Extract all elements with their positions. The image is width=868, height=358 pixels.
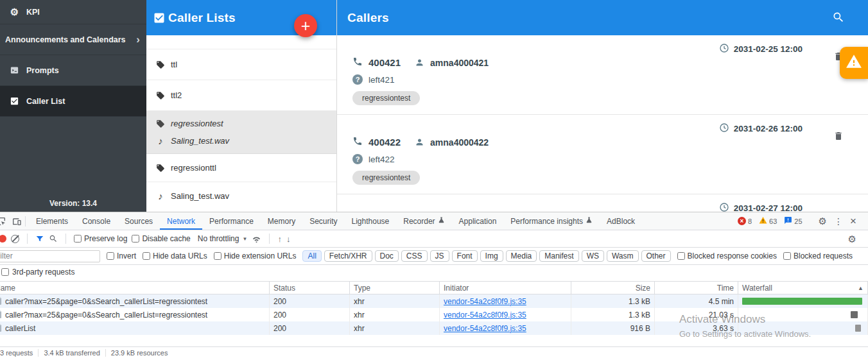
- warning-count[interactable]: 63: [759, 216, 777, 226]
- inspect-icon[interactable]: [0, 216, 6, 226]
- export-har-icon[interactable]: ↓: [286, 234, 291, 244]
- tab-security[interactable]: Security: [302, 212, 344, 230]
- chip-all[interactable]: All: [302, 250, 321, 262]
- col-size[interactable]: Size: [571, 281, 655, 294]
- chip-js[interactable]: JS: [430, 250, 449, 262]
- col-name[interactable]: Name: [0, 281, 270, 294]
- chip-media[interactable]: Media: [506, 250, 537, 262]
- question-icon: ?: [352, 74, 363, 85]
- delete-caller-button[interactable]: [833, 131, 844, 141]
- col-type[interactable]: Type: [350, 281, 440, 294]
- preserve-log-checkbox[interactable]: Preserve log: [74, 234, 127, 243]
- devtools-settings-icon[interactable]: ⚙: [819, 216, 827, 226]
- list-item-label: regressiontest: [171, 119, 223, 128]
- checkbox[interactable]: [783, 252, 791, 260]
- blocked-requests-checkbox[interactable]: Blocked requests: [783, 251, 853, 260]
- col-initiator[interactable]: Initiator: [440, 281, 571, 294]
- network-request-row[interactable]: caller?max=25&page=0&sSearch_callerList=…: [0, 294, 868, 308]
- col-status[interactable]: Status: [270, 281, 350, 294]
- add-caller-list-button[interactable]: +: [294, 14, 317, 37]
- callers-header: Callers: [337, 0, 868, 35]
- tab-adblock[interactable]: AdBlock: [600, 212, 642, 230]
- tab-performance-insights[interactable]: Performance insights: [503, 212, 600, 230]
- chip-img[interactable]: Img: [480, 250, 503, 262]
- tab-application[interactable]: Application: [452, 212, 504, 230]
- search-icon[interactable]: [832, 11, 845, 24]
- tab-elements[interactable]: Elements: [29, 212, 75, 230]
- devtools-menu-icon[interactable]: ⋮: [834, 216, 843, 226]
- selected-list-audio: ♪ Saling_test.wav: [146, 132, 336, 149]
- chip-other[interactable]: Other: [641, 250, 671, 262]
- checkbox[interactable]: [214, 252, 221, 260]
- search-icon[interactable]: [49, 234, 58, 243]
- initiator-link[interactable]: vendor-54a2c8f0f9.js:35: [444, 297, 526, 306]
- chip-css[interactable]: CSS: [401, 250, 428, 262]
- initiator-link[interactable]: vendor-54a2c8f0f9.js:35: [444, 311, 526, 320]
- network-request-row[interactable]: caller?max=25&page=0&sSearch_callerList=…: [0, 308, 868, 321]
- network-request-row[interactable]: callerList 200 xhr vendor-54a2c8f0f9.js:…: [0, 321, 868, 335]
- checkbox[interactable]: [132, 235, 139, 243]
- chip-doc[interactable]: Doc: [375, 250, 399, 262]
- record-button[interactable]: [0, 235, 6, 243]
- sidebar-item-caller-list[interactable]: Caller List: [0, 86, 146, 117]
- warning-badge[interactable]: [840, 47, 868, 79]
- sidebar-item-prompts[interactable]: Prompts: [0, 55, 146, 86]
- chip-manifest[interactable]: Manifest: [539, 250, 578, 262]
- invert-checkbox[interactable]: Invert: [107, 251, 136, 260]
- throttling-select[interactable]: No throttling ▼: [198, 234, 248, 243]
- divider: [27, 234, 28, 244]
- devtools-close-icon[interactable]: ×: [850, 216, 856, 226]
- error-count[interactable]: × 8: [738, 217, 752, 225]
- tab-console[interactable]: Console: [75, 212, 117, 230]
- sidebar-item-kpi[interactable]: ⚙ KPI: [0, 0, 146, 24]
- tab-recorder[interactable]: Recorder: [396, 212, 451, 230]
- caller-list-item-selected[interactable]: regressiontest ♪ Saling_test.wav: [146, 111, 336, 154]
- filter-input[interactable]: [0, 250, 100, 262]
- caller-list-item-ttl[interactable]: ttl: [146, 49, 336, 80]
- chip-ws[interactable]: WS: [582, 250, 604, 262]
- caller-list-item-wav[interactable]: ♪ Saling_test.wav: [146, 182, 336, 209]
- tab-memory[interactable]: Memory: [261, 212, 302, 230]
- hide-data-urls-checkbox[interactable]: Hide data URLs: [143, 251, 207, 260]
- tab-lighthouse[interactable]: Lighthouse: [345, 212, 397, 230]
- blocked-cookies-checkbox[interactable]: Blocked response cookies: [677, 251, 777, 260]
- chevron-right-icon: ›: [136, 33, 140, 46]
- clock-icon: [719, 202, 729, 212]
- network-summary-bar: 3 requests 3.4 kB transferred 23.9 kB re…: [0, 346, 868, 358]
- chip-font[interactable]: Font: [452, 250, 478, 262]
- issues-count[interactable]: 25: [784, 216, 802, 226]
- sidebar-item-announcements[interactable]: Announcements and Calendars ›: [0, 24, 146, 55]
- chip-wasm[interactable]: Wasm: [607, 250, 639, 262]
- clear-icon[interactable]: [11, 235, 19, 243]
- initiator-link[interactable]: vendor-54a2c8f0f9.js:35: [444, 324, 526, 333]
- caller-extra: left421: [369, 75, 395, 85]
- list-spacer: [146, 35, 336, 49]
- caller-list-item-regressionttl[interactable]: regressionttl: [146, 154, 336, 182]
- caller-datetime-row: 2031-02-27 12:00: [352, 202, 853, 212]
- col-time[interactable]: Time: [655, 281, 738, 294]
- caller-agent: amna4000421: [430, 58, 489, 68]
- checkbox[interactable]: [74, 235, 82, 243]
- caller-list-item-ttl2[interactable]: ttl2: [146, 80, 336, 111]
- device-toolbar-icon[interactable]: [12, 216, 22, 226]
- disable-cache-checkbox[interactable]: Disable cache: [132, 234, 190, 243]
- tab-sources[interactable]: Sources: [117, 212, 160, 230]
- filter-icon[interactable]: [35, 234, 44, 243]
- chip-fetch-xhr[interactable]: Fetch/XHR: [324, 250, 372, 262]
- import-har-icon[interactable]: ↑: [277, 234, 282, 244]
- network-settings-icon[interactable]: ⚙: [848, 234, 856, 244]
- checkbox[interactable]: [107, 252, 114, 260]
- network-conditions-icon[interactable]: [252, 234, 261, 244]
- checkbox[interactable]: [143, 252, 150, 260]
- tab-network[interactable]: Network: [160, 212, 202, 230]
- music-note-icon: ♪: [156, 135, 165, 146]
- tab-performance[interactable]: Performance: [202, 212, 261, 230]
- error-icon: ×: [738, 217, 746, 225]
- tag-chip: regressiontest: [352, 171, 420, 185]
- hide-extension-urls-checkbox[interactable]: Hide extension URLs: [214, 251, 297, 260]
- checkbox[interactable]: [1, 268, 9, 276]
- third-party-checkbox[interactable]: 3rd-party requests: [0, 265, 868, 279]
- col-waterfall[interactable]: Waterfall ▲: [738, 281, 868, 294]
- clock-icon: [719, 43, 729, 55]
- checkbox[interactable]: [677, 252, 685, 260]
